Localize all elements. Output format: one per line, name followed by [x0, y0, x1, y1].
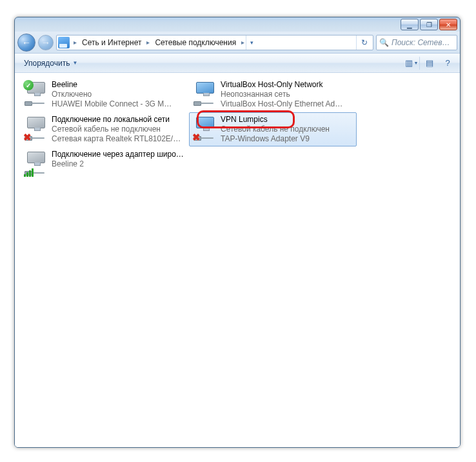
check-badge-icon: ✓	[23, 80, 34, 90]
connection-device: TAP-Windows Adapter V9	[221, 134, 353, 144]
connection-item[interactable]: ✓ Beeline Отключено HUAWEI Mobile Connec…	[20, 77, 188, 112]
connection-name: Подключение через адаптер широкополосной…	[52, 150, 184, 159]
location-icon	[58, 37, 70, 48]
disconnected-badge-icon: ✖	[23, 132, 33, 142]
grid-icon: ▥	[405, 58, 413, 68]
forward-button[interactable]: →	[38, 35, 54, 50]
maximize-button[interactable]: ❐	[420, 19, 438, 30]
navbar: ← → ▸ Сеть и Интернет ▸ Сетевые подключе…	[15, 32, 460, 54]
help-button[interactable]: ?	[439, 56, 456, 70]
back-button[interactable]: ←	[17, 34, 35, 52]
breadcrumb-seg-1[interactable]: Сеть и Интернет	[78, 35, 145, 50]
close-button[interactable]: ✕	[439, 19, 457, 30]
connection-device: HUAWEI Mobile Connect - 3G M…	[52, 99, 184, 109]
network-adapter-icon	[192, 80, 218, 107]
breadcrumb-dropdown[interactable]: ▾	[246, 35, 257, 50]
explorer-window: ▁ ❐ ✕ ← → ▸ Сеть и Интернет ▸ Сетевые по…	[14, 17, 461, 448]
view-mode-button[interactable]: ▥ ▼	[403, 56, 420, 70]
help-icon: ?	[445, 58, 450, 68]
connection-name: VPN Lumpics	[221, 115, 353, 125]
chevron-right-icon[interactable]: ▸	[145, 39, 151, 46]
connection-item[interactable]: ✖ Подключение по локальной сети Сетевой …	[20, 112, 188, 146]
connection-text: Подключение по локальной сети Сетевой ка…	[52, 115, 184, 144]
network-adapter-icon	[23, 150, 49, 177]
connection-text: VPN Lumpics Сетевой кабель не подключен …	[221, 115, 353, 144]
organize-label: Упорядочить	[24, 59, 70, 68]
connection-text: Подключение через адаптер широкополосной…	[52, 150, 184, 169]
organize-button[interactable]: Упорядочить ▼	[19, 57, 83, 70]
connection-status: Отключено	[52, 90, 184, 99]
connection-item[interactable]: Подключение через адаптер широкополосной…	[20, 147, 188, 179]
connection-text: VirtualBox Host-Only Network Неопознанна…	[221, 80, 353, 109]
chevron-right-icon[interactable]: ▸	[240, 39, 246, 46]
signal-bars-icon	[24, 168, 34, 177]
connection-item[interactable]: ✖ VPN Lumpics Сетевой кабель не подключе…	[189, 112, 357, 146]
breadcrumb[interactable]: ▸ Сеть и Интернет ▸ Сетевые подключения …	[56, 35, 373, 50]
network-adapter-icon: ✓	[23, 80, 49, 107]
titlebar: ▁ ❐ ✕	[15, 17, 460, 32]
search-input[interactable]: 🔍 Поиск: Сетев…	[376, 35, 457, 50]
connection-name: VirtualBox Host-Only Network	[221, 80, 353, 90]
connections-list: ✓ Beeline Отключено HUAWEI Mobile Connec…	[20, 77, 455, 180]
preview-pane-button[interactable]: ▤	[421, 56, 438, 70]
connection-status: Неопознанная сеть	[221, 90, 353, 99]
connection-status: Сетевой кабель не подключен	[52, 125, 184, 134]
disconnected-badge-icon: ✖	[192, 132, 202, 142]
connection-status: Beeline 2	[52, 159, 184, 169]
pane-icon: ▤	[426, 58, 433, 68]
connection-status: Сетевой кабель не подключен	[221, 125, 353, 134]
chevron-right-icon[interactable]: ▸	[72, 39, 78, 46]
network-adapter-icon: ✖	[192, 115, 218, 142]
network-adapter-icon: ✖	[23, 115, 49, 142]
minimize-button[interactable]: ▁	[401, 19, 419, 30]
breadcrumb-seg-2[interactable]: Сетевые подключения	[151, 35, 240, 50]
toolbar: Упорядочить ▼ ▥ ▼ ▤ ?	[15, 54, 460, 73]
search-placeholder: Поиск: Сетев…	[392, 38, 450, 47]
search-icon: 🔍	[379, 38, 389, 47]
connection-name: Beeline	[52, 80, 184, 90]
connection-item[interactable]: VirtualBox Host-Only Network Неопознанна…	[189, 77, 357, 112]
refresh-button[interactable]: ↻	[356, 35, 372, 50]
connection-name: Подключение по локальной сети	[52, 115, 184, 125]
chevron-down-icon: ▼	[72, 60, 77, 66]
connection-device: Сетевая карта Realtek RTL8102E/…	[52, 134, 184, 144]
connection-device: VirtualBox Host-Only Ethernet Ad…	[221, 99, 353, 109]
content-area: ✓ Beeline Отключено HUAWEI Mobile Connec…	[15, 73, 460, 447]
connection-text: Beeline Отключено HUAWEI Mobile Connect …	[52, 80, 184, 109]
chevron-down-icon: ▼	[414, 61, 419, 65]
